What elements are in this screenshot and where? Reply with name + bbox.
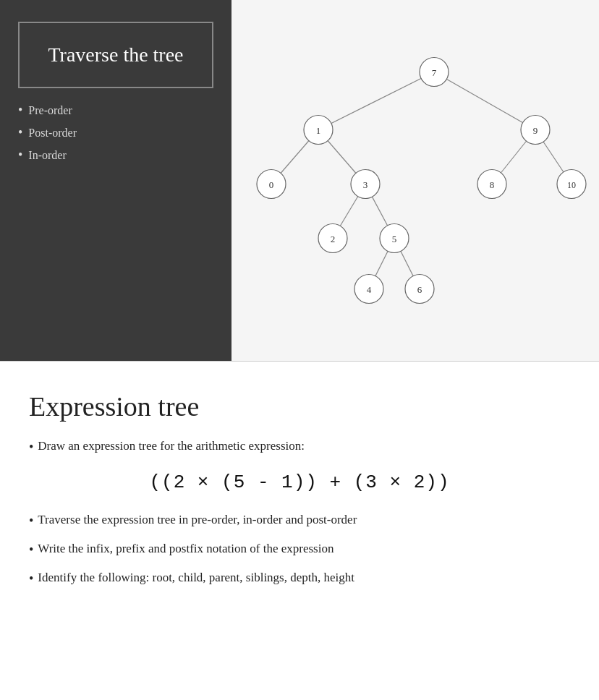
tree-svg: 7 1 9 0 3 8 10 2 5 — [231, 0, 599, 361]
node-label-6: 6 — [417, 284, 422, 295]
bottom-bullet2: Traverse the expression tree in pre-orde… — [29, 511, 570, 531]
node-label-7: 7 — [432, 67, 437, 78]
tree-area: 7 1 9 0 3 8 10 2 5 — [231, 0, 599, 361]
expression-formula: ((2 × (5 - 1)) + (3 × 2)) — [29, 471, 570, 493]
node-label-3: 3 — [363, 179, 368, 190]
bottom-section: Expression tree Draw an expression tree … — [0, 362, 599, 619]
sidebar-bullets: Pre-order Post-order In-order — [18, 103, 213, 170]
svg-line-0 — [318, 72, 434, 130]
bullet-preorder: Pre-order — [18, 103, 213, 118]
bottom-bullet4: Identify the following: root, child, par… — [29, 568, 570, 589]
node-label-8: 8 — [490, 179, 495, 190]
sidebar: Traverse the tree Pre-order Post-order I… — [0, 0, 231, 361]
node-label-1: 1 — [316, 125, 321, 136]
bottom-bullet4-text: Identify the following: root, child, par… — [38, 568, 354, 587]
svg-line-1 — [434, 72, 535, 130]
bottom-bullet3-text: Write the infix, prefix and postfix nota… — [38, 539, 334, 558]
node-label-5: 5 — [392, 234, 397, 244]
bottom-bullet1: Draw an expression tree for the arithmet… — [29, 437, 570, 457]
top-section: Traverse the tree Pre-order Post-order I… — [0, 0, 599, 362]
node-label-4: 4 — [367, 284, 372, 295]
bottom-bullet1-text: Draw an expression tree for the arithmet… — [38, 437, 305, 456]
node-label-10: 10 — [567, 180, 576, 190]
node-label-2: 2 — [331, 234, 336, 244]
bullet-inorder: In-order — [18, 148, 213, 163]
sidebar-title: Traverse the tree — [34, 43, 197, 67]
expression-title: Expression tree — [29, 390, 570, 422]
title-box: Traverse the tree — [18, 22, 213, 88]
node-label-9: 9 — [533, 125, 538, 136]
node-label-0: 0 — [269, 179, 274, 190]
bottom-bullet2-text: Traverse the expression tree in pre-orde… — [38, 511, 357, 529]
bottom-bullet3: Write the infix, prefix and postfix nota… — [29, 539, 570, 560]
bullet-postorder: Post-order — [18, 125, 213, 140]
